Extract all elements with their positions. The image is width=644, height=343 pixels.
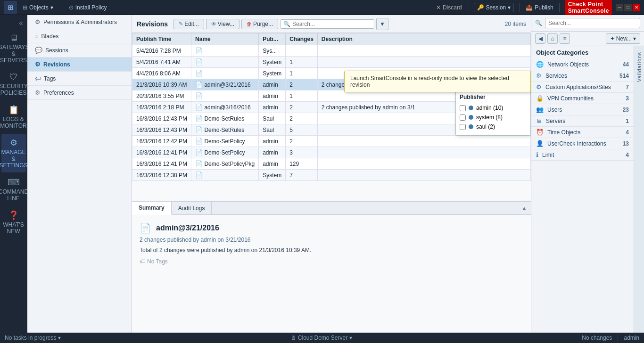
edit-icon: ✎ [179, 21, 183, 27]
sidebar-item-permissions[interactable]: ⚙ Permissions & Administrators [27, 15, 132, 29]
session-icon: 🔑 [477, 4, 484, 11]
category-services[interactable]: ⚙ Services 514 [531, 70, 634, 82]
nav-cmdline[interactable]: ⌨ COMMAND LINE [1, 173, 26, 205]
nav-whatsnew[interactable]: ❓ WHAT'S NEW [1, 206, 26, 238]
table-row[interactable]: 16/3/2016 12:38 PM 📄 System 7 [132, 170, 531, 181]
filter-check-admin[interactable] [460, 105, 466, 111]
session-btn[interactable]: 🔑 Session ▾ [474, 3, 514, 12]
table-row[interactable]: 5/4/2016 7:28 PM 📄 Sys... [132, 45, 531, 57]
filter-check-saul[interactable] [460, 124, 466, 130]
nav-logs[interactable]: 📋 LOGS & MONITOR [1, 101, 26, 133]
server-chevron: ▾ [349, 335, 352, 341]
col-description[interactable]: Description [317, 33, 530, 45]
category-time[interactable]: ⏰ Time Objects 4 [531, 127, 634, 138]
cell-changes: 2 [286, 79, 318, 90]
revisions-table-wrap[interactable]: Publish Time Name Pub... Changes Descrip… [132, 33, 531, 201]
users-icon: 👥 [536, 106, 544, 113]
time-label: Time Objects [547, 129, 580, 136]
cell-name: 📄 [191, 90, 259, 102]
nav-back-btn[interactable]: ◀ [535, 33, 545, 44]
right-categories: 🌐 Network Objects 44 ⚙ Services 514 ⚙ Cu… [531, 59, 634, 161]
users-count: 23 [623, 106, 629, 113]
col-publisher[interactable]: Pub... [259, 33, 286, 45]
services-count: 514 [619, 73, 629, 79]
search-box[interactable]: 🔍 [280, 19, 374, 29]
edit-label: Edit... [184, 21, 199, 27]
view-icon: 👁 [211, 21, 216, 27]
edit-btn[interactable]: ✎ Edit... [173, 19, 204, 29]
row-icon: 📄 [195, 104, 203, 111]
filter-check-system[interactable] [460, 114, 466, 121]
right-side-tab[interactable]: Validations [634, 46, 644, 333]
cell-changes: 1 [286, 90, 318, 102]
view-btn[interactable]: 👁 View... [206, 19, 239, 29]
purge-btn[interactable]: 🗑 Purge... [241, 19, 278, 29]
permissions-label: Permissions & Administrators [43, 19, 117, 25]
sidebar: ⚙ Permissions & Administrators ≡ Blades … [27, 15, 132, 333]
cell-changes: 1 [286, 57, 318, 68]
cell-date: 16/3/2016 12:42 PM [132, 136, 191, 147]
tags-icon: 🏷 [35, 75, 41, 82]
sidebar-item-tags[interactable]: 🏷 Tags [27, 72, 132, 86]
nav-gateways[interactable]: 🖥 GATEWAYS & SERVERS [1, 29, 26, 67]
close-btn[interactable]: ✕ [633, 4, 640, 11]
table-row[interactable]: 16/3/2016 12:41 PM 📄 Demo-SetPolicyPkg a… [132, 158, 531, 170]
revisions-icon: ⚙ [35, 61, 41, 68]
cell-publisher: admin [259, 79, 286, 90]
category-network[interactable]: 🌐 Network Objects 44 [531, 59, 634, 70]
bottom-content: 📄 admin@3/21/2016 2 changes published by… [132, 215, 531, 333]
sidebar-item-revisions[interactable]: ⚙ Revisions [27, 57, 132, 72]
nav-collapse-btn[interactable]: « [17, 17, 25, 29]
category-servers[interactable]: 🖥 Servers 1 [531, 115, 634, 127]
view-tooltip: Launch SmartConsole in a read-only mode … [344, 71, 531, 92]
col-publish-time[interactable]: Publish Time [132, 33, 191, 45]
objects-menu[interactable]: ⊞ Objects ▾ [19, 2, 57, 13]
sidebar-item-blades[interactable]: ≡ Blades [27, 29, 132, 43]
table-row[interactable]: 5/4/2016 7:41 AM 📄 System 1 [132, 57, 531, 68]
cell-publisher: admin [259, 102, 286, 113]
new-btn[interactable]: ✦ New... ▾ [606, 33, 640, 44]
cell-publisher: System [259, 68, 286, 79]
tab-audit-logs[interactable]: Audit Logs [172, 202, 212, 215]
category-users[interactable]: 👥 Users 23 [531, 104, 634, 115]
window-controls: ─ □ ✕ [616, 4, 640, 11]
topbar-right: ✕ Discard 🔑 Session ▾ 📤 Publish Check Po… [436, 0, 640, 15]
nav-manage[interactable]: ⚙ MANAGE & SETTINGS [1, 134, 26, 172]
nav-list-btn[interactable]: ≡ [560, 33, 570, 44]
install-policy-btn[interactable]: ⊙ Install Policy [65, 2, 111, 13]
minimize-btn[interactable]: ─ [616, 4, 623, 11]
category-custom_apps[interactable]: ⚙ Custom Applications/Sites 7 [531, 82, 634, 93]
maximize-btn[interactable]: □ [624, 4, 632, 11]
nav-home-btn[interactable]: ⌂ [547, 33, 558, 44]
sidebar-item-preferences[interactable]: ⚙ Preferences [27, 86, 132, 100]
cell-publisher: Saul [259, 124, 286, 136]
collapse-btn[interactable]: ▲ [518, 205, 531, 212]
category-usercheck[interactable]: 👤 UserCheck Interactions 13 [531, 138, 634, 149]
filter-item-saul[interactable]: saul (2) [460, 122, 527, 131]
col-changes[interactable]: Changes [286, 33, 318, 45]
filter-item-system[interactable]: system (8) [460, 113, 527, 122]
sidebar-item-sessions[interactable]: 💬 Sessions [27, 43, 132, 57]
nav-security[interactable]: 🛡 SECURITY POLICIES [1, 68, 26, 100]
category-vpn[interactable]: 🔒 VPN Communities 3 [531, 93, 634, 104]
cell-publisher: admin [259, 147, 286, 158]
publish-btn[interactable]: 📤 Publish [526, 4, 553, 11]
filter-item-admin[interactable]: admin (10) [460, 103, 527, 113]
table-row[interactable]: 16/3/2016 12:42 PM 📄 Demo-SetPolicy admi… [132, 136, 531, 147]
cell-date: 21/3/2016 10:39 AM [132, 79, 191, 90]
cell-desc [317, 158, 530, 170]
col-name[interactable]: Name [191, 33, 259, 45]
right-search-input[interactable] [545, 18, 640, 28]
filter-title: Publisher [460, 94, 527, 100]
discard-btn[interactable]: ✕ Discard [436, 4, 462, 11]
category-limit[interactable]: ℹ Limit 4 [531, 149, 634, 161]
bottom-body: Total of 2 changes were published by adm… [140, 247, 523, 253]
filter-btn[interactable]: ▼ [376, 18, 388, 30]
time-count: 4 [626, 129, 629, 136]
servers-label: Servers [546, 118, 565, 124]
tab-summary[interactable]: Summary [132, 202, 172, 215]
row-icon: 📄 [195, 126, 203, 133]
table-row[interactable]: 16/3/2016 12:41 PM 📄 Demo-SetPolicy admi… [132, 147, 531, 158]
bottom-icon: 📄 [140, 222, 151, 234]
search-input[interactable] [292, 21, 371, 27]
